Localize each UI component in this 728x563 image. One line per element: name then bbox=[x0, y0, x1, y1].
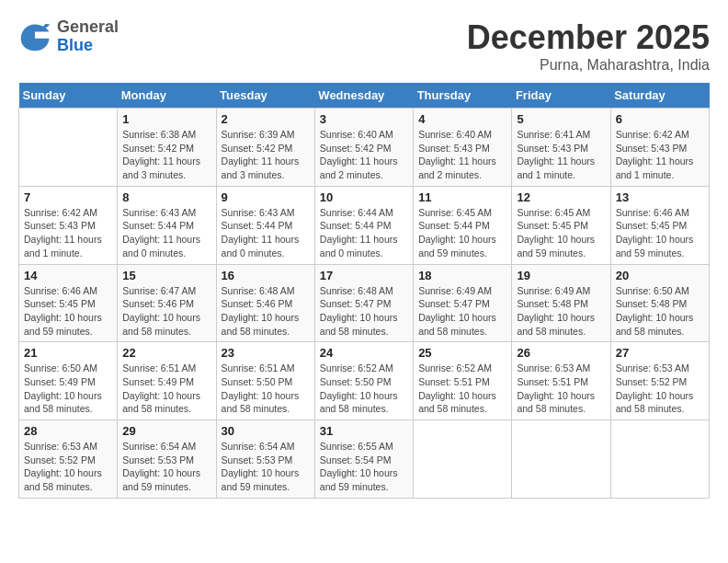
day-info: Sunrise: 6:49 AMSunset: 5:48 PMDaylight:… bbox=[517, 284, 605, 339]
day-info: Sunrise: 6:48 AMSunset: 5:46 PMDaylight:… bbox=[222, 284, 310, 339]
day-number: 18 bbox=[418, 269, 506, 282]
day-number: 26 bbox=[517, 346, 605, 360]
table-row: 31Sunrise: 6:55 AMSunset: 5:54 PMDayligh… bbox=[314, 420, 413, 499]
day-number: 25 bbox=[418, 346, 506, 360]
day-number: 13 bbox=[616, 190, 704, 204]
logo-general: General bbox=[57, 18, 119, 37]
calendar-week-row: 21Sunrise: 6:50 AMSunset: 5:49 PMDayligh… bbox=[19, 342, 710, 420]
day-number: 11 bbox=[418, 190, 506, 204]
header-tuesday: Tuesday bbox=[216, 83, 314, 109]
day-number: 21 bbox=[24, 346, 112, 360]
day-number: 27 bbox=[616, 346, 704, 360]
day-info: Sunrise: 6:51 AMSunset: 5:49 PMDaylight:… bbox=[122, 362, 210, 416]
table-row bbox=[610, 420, 709, 499]
calendar-week-row: 7Sunrise: 6:42 AMSunset: 5:43 PMDaylight… bbox=[19, 186, 710, 264]
table-row bbox=[19, 109, 118, 187]
table-row bbox=[512, 420, 610, 499]
day-number: 19 bbox=[517, 269, 605, 282]
day-info: Sunrise: 6:42 AMSunset: 5:43 PMDaylight:… bbox=[616, 128, 704, 182]
table-row: 21Sunrise: 6:50 AMSunset: 5:49 PMDayligh… bbox=[19, 342, 118, 420]
day-number: 16 bbox=[222, 269, 310, 282]
day-number: 10 bbox=[320, 190, 408, 204]
day-info: Sunrise: 6:42 AMSunset: 5:43 PMDaylight:… bbox=[24, 206, 112, 260]
title-block: December 2025 Purna, Maharashtra, India bbox=[467, 18, 710, 74]
table-row: 8Sunrise: 6:43 AMSunset: 5:44 PMDaylight… bbox=[118, 186, 216, 264]
day-info: Sunrise: 6:43 AMSunset: 5:44 PMDaylight:… bbox=[222, 206, 310, 260]
day-number: 24 bbox=[320, 346, 408, 360]
table-row: 10Sunrise: 6:44 AMSunset: 5:44 PMDayligh… bbox=[314, 186, 413, 264]
header-friday: Friday bbox=[512, 83, 610, 109]
table-row: 7Sunrise: 6:42 AMSunset: 5:43 PMDaylight… bbox=[19, 186, 118, 264]
day-info: Sunrise: 6:54 AMSunset: 5:53 PMDaylight:… bbox=[222, 440, 310, 494]
day-info: Sunrise: 6:40 AMSunset: 5:42 PMDaylight:… bbox=[320, 128, 408, 182]
day-info: Sunrise: 6:43 AMSunset: 5:44 PMDaylight:… bbox=[122, 206, 210, 260]
table-row: 22Sunrise: 6:51 AMSunset: 5:49 PMDayligh… bbox=[118, 342, 216, 420]
table-row: 13Sunrise: 6:46 AMSunset: 5:45 PMDayligh… bbox=[610, 186, 709, 264]
day-info: Sunrise: 6:53 AMSunset: 5:52 PMDaylight:… bbox=[616, 362, 704, 416]
day-number: 31 bbox=[320, 424, 408, 438]
day-info: Sunrise: 6:39 AMSunset: 5:42 PMDaylight:… bbox=[222, 128, 310, 182]
table-row: 29Sunrise: 6:54 AMSunset: 5:53 PMDayligh… bbox=[118, 420, 216, 499]
day-number: 17 bbox=[320, 269, 408, 282]
header-thursday: Thursday bbox=[414, 83, 512, 109]
table-row: 1Sunrise: 6:38 AMSunset: 5:42 PMDaylight… bbox=[118, 109, 216, 187]
day-number: 3 bbox=[320, 112, 408, 126]
table-row: 17Sunrise: 6:48 AMSunset: 5:47 PMDayligh… bbox=[314, 264, 413, 342]
day-info: Sunrise: 6:53 AMSunset: 5:51 PMDaylight:… bbox=[517, 362, 605, 416]
day-number: 23 bbox=[222, 346, 310, 360]
table-row: 11Sunrise: 6:45 AMSunset: 5:44 PMDayligh… bbox=[414, 186, 512, 264]
day-info: Sunrise: 6:54 AMSunset: 5:53 PMDaylight:… bbox=[122, 440, 210, 494]
day-info: Sunrise: 6:50 AMSunset: 5:48 PMDaylight:… bbox=[616, 284, 704, 339]
table-row: 12Sunrise: 6:45 AMSunset: 5:45 PMDayligh… bbox=[512, 186, 610, 264]
day-info: Sunrise: 6:46 AMSunset: 5:45 PMDaylight:… bbox=[24, 284, 112, 339]
day-number: 15 bbox=[122, 269, 210, 282]
day-number: 6 bbox=[616, 112, 704, 126]
table-row: 3Sunrise: 6:40 AMSunset: 5:42 PMDaylight… bbox=[314, 109, 413, 187]
table-row: 23Sunrise: 6:51 AMSunset: 5:50 PMDayligh… bbox=[216, 342, 314, 420]
table-row: 9Sunrise: 6:43 AMSunset: 5:44 PMDaylight… bbox=[216, 186, 314, 264]
header-wednesday: Wednesday bbox=[314, 83, 413, 109]
table-row: 19Sunrise: 6:49 AMSunset: 5:48 PMDayligh… bbox=[512, 264, 610, 342]
table-row: 4Sunrise: 6:40 AMSunset: 5:43 PMDaylight… bbox=[414, 109, 512, 187]
table-row: 18Sunrise: 6:49 AMSunset: 5:47 PMDayligh… bbox=[414, 264, 512, 342]
day-number: 14 bbox=[24, 269, 112, 282]
logo-blue: Blue bbox=[57, 37, 119, 55]
day-number: 7 bbox=[24, 190, 112, 204]
day-number: 12 bbox=[517, 190, 605, 204]
month-title: December 2025 bbox=[467, 18, 710, 57]
day-info: Sunrise: 6:45 AMSunset: 5:44 PMDaylight:… bbox=[418, 206, 506, 260]
day-info: Sunrise: 6:41 AMSunset: 5:43 PMDaylight:… bbox=[517, 128, 605, 182]
header-sunday: Sunday bbox=[19, 83, 118, 109]
day-info: Sunrise: 6:52 AMSunset: 5:51 PMDaylight:… bbox=[418, 362, 506, 416]
day-info: Sunrise: 6:55 AMSunset: 5:54 PMDaylight:… bbox=[320, 440, 408, 494]
day-number: 20 bbox=[616, 269, 704, 282]
day-info: Sunrise: 6:52 AMSunset: 5:50 PMDaylight:… bbox=[320, 362, 408, 416]
logo-icon bbox=[18, 20, 51, 53]
calendar-week-row: 14Sunrise: 6:46 AMSunset: 5:45 PMDayligh… bbox=[19, 264, 710, 342]
calendar-week-row: 28Sunrise: 6:53 AMSunset: 5:52 PMDayligh… bbox=[19, 420, 710, 499]
day-info: Sunrise: 6:44 AMSunset: 5:44 PMDaylight:… bbox=[320, 206, 408, 260]
day-info: Sunrise: 6:46 AMSunset: 5:45 PMDaylight:… bbox=[616, 206, 704, 260]
day-info: Sunrise: 6:40 AMSunset: 5:43 PMDaylight:… bbox=[418, 128, 506, 182]
day-info: Sunrise: 6:51 AMSunset: 5:50 PMDaylight:… bbox=[222, 362, 310, 416]
day-info: Sunrise: 6:50 AMSunset: 5:49 PMDaylight:… bbox=[24, 362, 112, 416]
table-row: 24Sunrise: 6:52 AMSunset: 5:50 PMDayligh… bbox=[314, 342, 413, 420]
table-row: 27Sunrise: 6:53 AMSunset: 5:52 PMDayligh… bbox=[610, 342, 709, 420]
table-row: 15Sunrise: 6:47 AMSunset: 5:46 PMDayligh… bbox=[118, 264, 216, 342]
table-row: 20Sunrise: 6:50 AMSunset: 5:48 PMDayligh… bbox=[610, 264, 709, 342]
table-row: 28Sunrise: 6:53 AMSunset: 5:52 PMDayligh… bbox=[19, 420, 118, 499]
day-info: Sunrise: 6:48 AMSunset: 5:47 PMDaylight:… bbox=[320, 284, 408, 339]
location-subtitle: Purna, Maharashtra, India bbox=[467, 57, 710, 74]
day-number: 22 bbox=[122, 346, 210, 360]
table-row bbox=[414, 420, 512, 499]
day-number: 9 bbox=[222, 190, 310, 204]
calendar-week-row: 1Sunrise: 6:38 AMSunset: 5:42 PMDaylight… bbox=[19, 109, 710, 187]
calendar-table: Sunday Monday Tuesday Wednesday Thursday… bbox=[18, 83, 710, 499]
table-row: 5Sunrise: 6:41 AMSunset: 5:43 PMDaylight… bbox=[512, 109, 610, 187]
day-info: Sunrise: 6:53 AMSunset: 5:52 PMDaylight:… bbox=[24, 440, 112, 494]
page-header: General Blue December 2025 Purna, Mahara… bbox=[18, 18, 710, 74]
day-info: Sunrise: 6:49 AMSunset: 5:47 PMDaylight:… bbox=[418, 284, 506, 339]
day-number: 30 bbox=[222, 424, 310, 438]
table-row: 25Sunrise: 6:52 AMSunset: 5:51 PMDayligh… bbox=[414, 342, 512, 420]
day-number: 28 bbox=[24, 424, 112, 438]
